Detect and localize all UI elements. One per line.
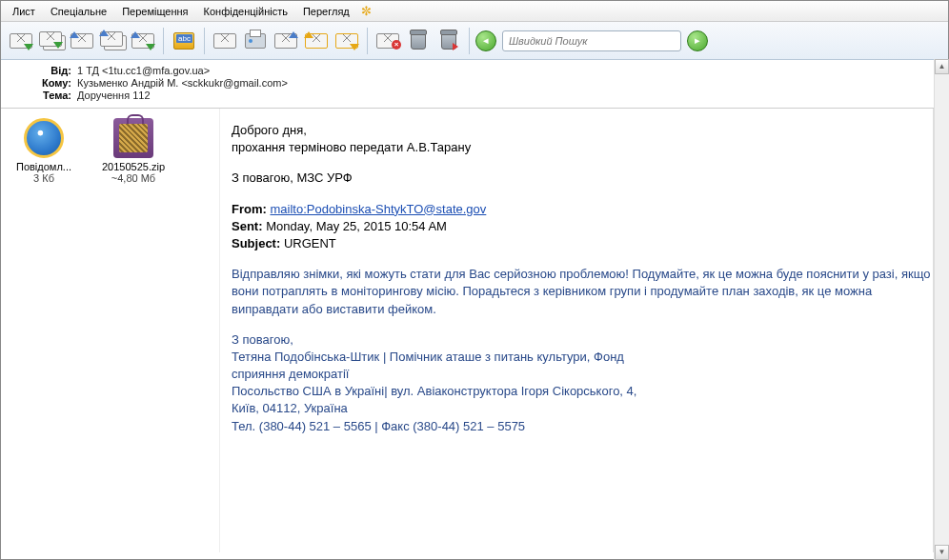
content-area: Повідомл... 3 Кб 20150525.zip ~4,80 Мб Д…: [1, 109, 948, 552]
signature-line: Тел. (380-44) 521 – 5565 | Факс (380-44)…: [232, 418, 931, 435]
message-headers: Від:1 ТД <1tu.cc1@mfa.gov.ua> Кому:Кузьм…: [1, 60, 948, 109]
separator: [469, 28, 470, 54]
signature-line: Тетяна Подобінська-Штик | Помічник аташе…: [232, 349, 931, 366]
window-scrollbar[interactable]: ▲ ▼: [934, 59, 949, 560]
message-body-pane: Доброго дня, прохання терміново передати…: [220, 109, 948, 552]
delete-button[interactable]: [404, 27, 433, 55]
body-paragraph: Відправляю знімки, які можуть стати для …: [232, 266, 931, 318]
body-greeting: Доброго дня,: [232, 122, 931, 139]
from-label: Від:: [10, 65, 77, 76]
signature-line: сприяння демократії: [232, 366, 931, 383]
attachments-pane: Повідомл... 3 Кб 20150525.zip ~4,80 Мб: [1, 109, 220, 552]
separator: [163, 28, 164, 54]
attachment-item[interactable]: Повідомл... 3 Кб: [10, 118, 77, 184]
reply-all-button[interactable]: [302, 27, 331, 55]
compose-button[interactable]: [211, 27, 239, 55]
subject-value: Доручення 112: [77, 90, 151, 101]
subject-label: Тема:: [10, 90, 77, 101]
scroll-down-button[interactable]: ▼: [935, 545, 949, 560]
print-button[interactable]: [241, 27, 270, 55]
signature-line: Київ, 04112, Україна: [232, 400, 931, 417]
menu-view[interactable]: Перегляд: [295, 4, 357, 19]
forwarded-subject-label: Subject:: [232, 236, 280, 250]
archive-icon: [113, 118, 153, 158]
address-book-button[interactable]: [170, 27, 198, 55]
separator: [204, 28, 205, 54]
signature-line: Посольство США в Україні| вул. Авіаконст…: [232, 383, 931, 400]
prev-button[interactable]: ◂: [475, 30, 496, 51]
scroll-up-button[interactable]: ▲: [935, 59, 949, 74]
to-label: Кому:: [10, 77, 77, 89]
sync-button[interactable]: [129, 27, 157, 55]
attachment-item[interactable]: 20150525.zip ~4,80 Мб: [100, 118, 167, 184]
gear-icon[interactable]: ✼: [361, 4, 372, 18]
menu-move[interactable]: Переміщення: [114, 4, 195, 19]
menubar: Лист Спеціальне Переміщення Конфіденційн…: [1, 1, 948, 22]
forwarded-from-link[interactable]: mailto:Podobinska-ShtykTO@state.gov: [270, 202, 486, 216]
toolbar: × ◂ ▸: [1, 22, 948, 60]
forward-button[interactable]: [333, 27, 361, 55]
attachment-name: 20150525.zip: [100, 161, 167, 172]
delete-forward-button[interactable]: [434, 27, 463, 55]
send-all-button[interactable]: [37, 27, 66, 55]
ie-icon: [24, 118, 64, 158]
receive-button[interactable]: [68, 27, 96, 55]
body-signoff: З повагою, МЗС УРФ: [232, 170, 931, 187]
body-line: прохання терміново передати А.В.Тарану: [232, 139, 931, 156]
forwarded-from-label: From:: [232, 202, 267, 216]
forwarded-sent-value: Monday, May 25, 2015 10:54 AM: [266, 219, 447, 233]
attachment-size: ~4,80 Мб: [100, 172, 167, 184]
reply-button[interactable]: [272, 27, 300, 55]
menu-special[interactable]: Спеціальне: [43, 4, 114, 19]
from-value: 1 ТД <1tu.cc1@mfa.gov.ua>: [77, 65, 210, 76]
attachment-name: Повідомл...: [10, 161, 77, 172]
to-value: Кузьменко Андрій М. <sckkukr@gmail.com>: [77, 77, 288, 89]
message-body: Доброго дня, прохання терміново передати…: [224, 122, 931, 435]
attachment-size: 3 Кб: [10, 172, 77, 184]
forwarded-sent-label: Sent:: [232, 219, 263, 233]
mark-junk-button[interactable]: ×: [374, 27, 402, 55]
signature-line: З повагою,: [232, 331, 931, 349]
forwarded-subject-value: URGENT: [284, 236, 336, 250]
menu-list[interactable]: Лист: [5, 4, 43, 19]
send-button[interactable]: [7, 27, 35, 55]
search-input[interactable]: [502, 30, 681, 51]
separator: [367, 28, 368, 54]
receive-all-button[interactable]: [98, 27, 127, 55]
menu-confidentiality[interactable]: Конфіденційність: [196, 4, 295, 19]
next-button[interactable]: ▸: [687, 30, 708, 51]
